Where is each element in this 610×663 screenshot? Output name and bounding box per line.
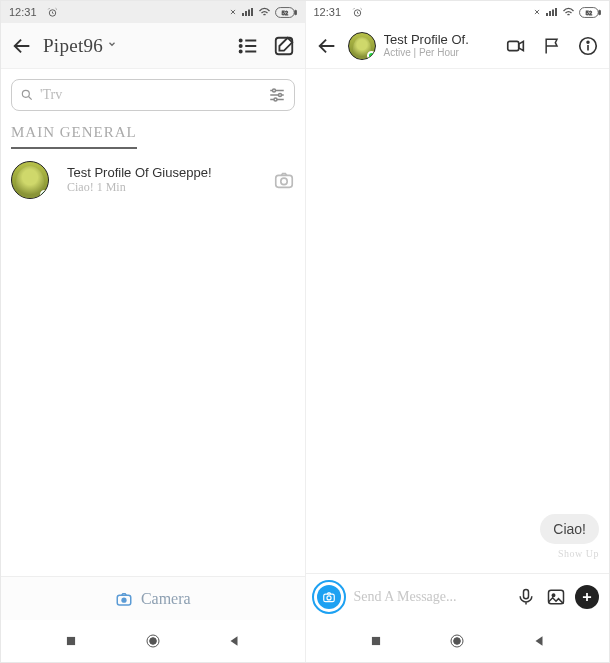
status-right-icons: 52 bbox=[532, 7, 601, 18]
nav-bar bbox=[306, 620, 610, 662]
nav-bar bbox=[1, 620, 305, 662]
nav-back-icon[interactable] bbox=[223, 630, 245, 652]
tabs: MAIN GENERAL bbox=[1, 117, 305, 149]
svg-rect-31 bbox=[599, 10, 601, 14]
alarm-icon bbox=[346, 1, 368, 23]
camera-shutter-button[interactable] bbox=[312, 580, 346, 614]
svg-rect-26 bbox=[546, 13, 548, 16]
svg-rect-29 bbox=[555, 8, 557, 16]
chat-item-name: Test Profile Of Giuseppe! bbox=[67, 165, 263, 180]
message-status: Show Up bbox=[558, 548, 599, 559]
camera-button[interactable]: Camera bbox=[1, 576, 305, 620]
nav-home-icon[interactable] bbox=[142, 630, 164, 652]
status-bar: 12:31 52 bbox=[1, 1, 305, 23]
conversation-user-status: Active | Per Hour bbox=[384, 47, 469, 58]
svg-rect-2 bbox=[242, 13, 244, 16]
search-placeholder: 'Trv bbox=[40, 87, 268, 103]
svg-point-14 bbox=[272, 89, 275, 92]
svg-point-37 bbox=[326, 596, 330, 600]
svg-text:52: 52 bbox=[281, 9, 287, 15]
svg-point-15 bbox=[278, 94, 281, 97]
svg-point-43 bbox=[454, 638, 461, 645]
svg-point-23 bbox=[149, 638, 156, 645]
svg-rect-4 bbox=[248, 10, 250, 17]
svg-point-25 bbox=[536, 11, 538, 13]
svg-point-20 bbox=[121, 597, 126, 602]
compose-icon[interactable] bbox=[273, 35, 295, 57]
back-button[interactable] bbox=[316, 35, 338, 57]
video-call-icon[interactable] bbox=[505, 35, 527, 57]
chat-list-item[interactable]: Test Profile Of Giuseppe! Ciao! 1 Min bbox=[1, 149, 305, 211]
svg-rect-38 bbox=[524, 590, 529, 599]
svg-rect-21 bbox=[67, 637, 75, 645]
account-switcher[interactable]: Pipet96 bbox=[43, 35, 117, 57]
svg-point-35 bbox=[587, 41, 589, 43]
svg-rect-33 bbox=[508, 41, 519, 50]
nav-recent-icon[interactable] bbox=[365, 630, 387, 652]
nav-recent-icon[interactable] bbox=[60, 630, 82, 652]
search-input[interactable]: 'Trv bbox=[11, 79, 295, 111]
status-time: 12:31 bbox=[314, 6, 342, 18]
svg-point-10 bbox=[239, 44, 241, 46]
svg-rect-28 bbox=[552, 10, 554, 17]
microphone-icon[interactable] bbox=[515, 586, 537, 608]
conversation-panel: 12:31 52 Test Profile Of. Active | Per H… bbox=[305, 1, 610, 662]
chat-item-preview: Ciao! 1 Min bbox=[67, 180, 263, 195]
svg-rect-17 bbox=[275, 175, 292, 187]
list-view-icon[interactable] bbox=[237, 35, 259, 57]
info-icon[interactable] bbox=[577, 35, 599, 57]
svg-rect-7 bbox=[294, 10, 296, 14]
status-time: 12:31 bbox=[9, 6, 37, 18]
flag-icon[interactable] bbox=[541, 35, 563, 57]
status-bar: 12:31 52 bbox=[306, 1, 610, 23]
conversation-user-name: Test Profile Of. bbox=[384, 33, 469, 47]
account-username: Pipet96 bbox=[43, 35, 103, 57]
svg-rect-3 bbox=[245, 11, 247, 16]
sent-message-bubble[interactable]: Ciao! bbox=[540, 514, 599, 544]
svg-rect-27 bbox=[549, 11, 551, 16]
nav-back-icon[interactable] bbox=[528, 630, 550, 652]
inbox-panel: 12:31 52 Pipet96 bbox=[1, 1, 305, 662]
status-right-icons: 52 bbox=[228, 7, 297, 18]
tab-main-general[interactable]: MAIN GENERAL bbox=[11, 124, 137, 149]
back-button[interactable] bbox=[11, 35, 33, 57]
conversation-user[interactable]: Test Profile Of. Active | Per Hour bbox=[348, 32, 469, 60]
camera-label: Camera bbox=[141, 590, 191, 608]
avatar bbox=[11, 161, 49, 199]
chevron-down-icon bbox=[107, 38, 117, 53]
nav-home-icon[interactable] bbox=[446, 630, 468, 652]
add-button[interactable] bbox=[575, 585, 599, 609]
svg-rect-36 bbox=[323, 594, 334, 602]
inbox-content bbox=[1, 211, 305, 576]
svg-point-18 bbox=[280, 178, 286, 184]
inbox-header: Pipet96 bbox=[1, 23, 305, 69]
gallery-icon[interactable] bbox=[545, 586, 567, 608]
composer: Send A Message... bbox=[306, 573, 610, 620]
alarm-icon bbox=[42, 1, 64, 23]
chat-body: Ciao! Show Up bbox=[306, 69, 610, 573]
camera-icon[interactable] bbox=[273, 169, 295, 191]
svg-point-13 bbox=[22, 90, 29, 97]
svg-point-40 bbox=[552, 594, 555, 597]
svg-point-16 bbox=[274, 98, 277, 101]
svg-rect-41 bbox=[372, 637, 380, 645]
filter-icon[interactable] bbox=[268, 86, 286, 104]
avatar bbox=[348, 32, 376, 60]
svg-point-9 bbox=[239, 39, 241, 41]
svg-rect-5 bbox=[251, 8, 253, 16]
svg-text:52: 52 bbox=[586, 9, 592, 15]
svg-point-1 bbox=[232, 11, 234, 13]
svg-point-11 bbox=[239, 50, 241, 52]
conversation-header: Test Profile Of. Active | Per Hour bbox=[306, 23, 610, 69]
message-input[interactable]: Send A Message... bbox=[354, 589, 508, 605]
